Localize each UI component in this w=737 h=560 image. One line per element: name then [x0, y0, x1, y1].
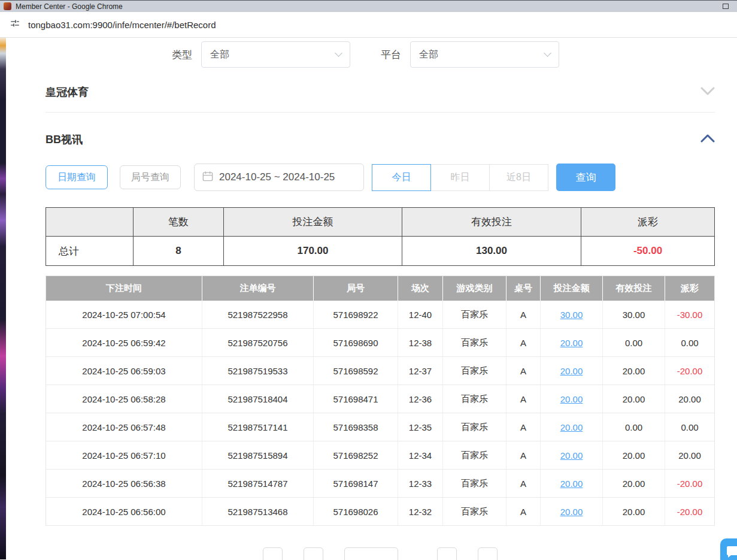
table-row: 2024-10-25 06:59:42 521987520756 5716986…	[46, 329, 714, 357]
bet-amount-link[interactable]: 20.00	[541, 357, 603, 385]
pagination-page-button[interactable]	[304, 547, 323, 560]
cell-game-type: 百家乐	[443, 329, 507, 356]
cell-order-number: 521987520756	[202, 329, 314, 356]
yesterday-button[interactable]: 昨日	[431, 164, 490, 191]
type-filter-value: 全部	[210, 49, 229, 61]
page-body: 类型 全部 平台 全部 皇冠体育 B	[0, 38, 737, 559]
cell-table-number: A	[507, 357, 541, 385]
date-query-button[interactable]: 日期查询	[46, 165, 108, 189]
summary-header-bet-amount: 投注金额	[224, 208, 402, 236]
cell-payout: 0.00	[665, 329, 714, 356]
pagination-prev-button[interactable]	[263, 547, 283, 560]
cell-table-number: A	[507, 301, 541, 328]
table-row: 2024-10-25 06:58:28 521987518404 5716984…	[46, 385, 714, 413]
date-range-picker[interactable]: 2024-10-25 ~ 2024-10-25	[194, 164, 364, 191]
cell-bet-time: 2024-10-25 07:00:54	[46, 301, 202, 328]
platform-filter-label: 平台	[381, 48, 401, 62]
cell-bet-time: 2024-10-25 06:56:00	[46, 498, 202, 525]
platform-filter-value: 全部	[419, 49, 438, 61]
section-bb-video[interactable]: BB视讯	[46, 131, 715, 149]
crown-sports-title: 皇冠体育	[46, 85, 89, 99]
cell-valid-bet: 20.00	[603, 498, 665, 525]
chat-bubble-icon	[726, 544, 737, 559]
summary-count-value: 8	[134, 237, 224, 265]
bet-amount-link[interactable]: 20.00	[541, 470, 603, 497]
cell-game-type: 百家乐	[443, 357, 507, 385]
search-button[interactable]: 查询	[556, 164, 615, 191]
cell-valid-bet: 20.00	[603, 385, 665, 413]
cell-order-number: 521987514787	[202, 470, 314, 497]
bet-amount-link[interactable]: 20.00	[541, 441, 603, 469]
maximize-icon[interactable]	[723, 4, 729, 9]
cell-game-type: 百家乐	[443, 498, 507, 525]
cell-session: 12-35	[398, 413, 443, 441]
header-payout: 派彩	[665, 276, 714, 301]
cell-table-number: A	[507, 498, 541, 525]
summary-header-row: 笔数 投注金额 有效投注 派彩	[46, 208, 714, 237]
site-settings-icon[interactable]	[10, 18, 20, 31]
cell-session: 12-37	[398, 357, 443, 385]
type-filter-select[interactable]: 全部	[201, 41, 350, 68]
cell-round-number: 571698252	[314, 441, 398, 469]
date-range-value: 2024-10-25 ~ 2024-10-25	[219, 171, 335, 183]
header-valid-bet: 有效投注	[603, 276, 665, 301]
summary-header-valid-bet: 有效投注	[402, 208, 581, 236]
summary-valid-bet-value: 130.00	[402, 237, 581, 265]
bet-amount-link[interactable]: 20.00	[541, 498, 603, 525]
bet-amount-link[interactable]: 20.00	[541, 413, 603, 441]
cell-order-number: 521987515894	[202, 441, 314, 469]
cell-payout: -20.00	[665, 357, 714, 385]
cell-payout: 20.00	[665, 385, 714, 413]
chevron-down-icon	[335, 49, 342, 57]
header-order-number: 注单编号	[202, 276, 314, 301]
site-favicon-icon	[4, 2, 11, 10]
platform-filter-select[interactable]: 全部	[410, 41, 559, 68]
round-query-button[interactable]: 局号查询	[120, 165, 181, 189]
cell-game-type: 百家乐	[443, 413, 507, 441]
today-button[interactable]: 今日	[372, 164, 431, 191]
cell-session: 12-33	[398, 470, 443, 497]
last-8-days-button[interactable]: 近8日	[490, 164, 548, 191]
summary-table: 笔数 投注金额 有效投注 派彩 总计 8 170.00 130.00 -50.0…	[46, 207, 715, 266]
cell-bet-time: 2024-10-25 06:56:38	[46, 470, 202, 497]
header-bet-time: 下注时间	[46, 276, 202, 301]
cell-valid-bet: 20.00	[603, 441, 665, 469]
cell-round-number: 571698690	[314, 329, 398, 356]
cell-bet-time: 2024-10-25 06:57:48	[46, 413, 202, 441]
header-round-number: 局号	[314, 276, 398, 301]
query-controls: 日期查询 局号查询 2024-10-25 ~ 2024-10-25 今日 昨日 …	[46, 164, 715, 191]
cell-valid-bet: 20.00	[603, 357, 665, 385]
bet-amount-link[interactable]: 20.00	[541, 329, 603, 356]
bet-amount-link[interactable]: 20.00	[541, 385, 603, 413]
cell-order-number: 521987519533	[202, 357, 314, 385]
pagination-jump-button[interactable]	[478, 547, 498, 560]
browser-toolbar: tongbao31.com:9900/infe/mcenter/#/betRec…	[0, 12, 737, 38]
section-divider	[46, 112, 715, 113]
summary-payout-value: -50.00	[581, 237, 714, 265]
cell-game-type: 百家乐	[443, 301, 507, 328]
summary-header-empty	[46, 208, 134, 236]
header-session: 场次	[398, 276, 443, 301]
section-crown-sports[interactable]: 皇冠体育	[46, 83, 715, 101]
chat-button[interactable]	[720, 538, 737, 560]
cell-payout: 20.00	[665, 441, 714, 469]
cell-session: 12-36	[398, 385, 443, 413]
pagination-size-select[interactable]	[344, 547, 398, 560]
bet-amount-link[interactable]: 30.00	[541, 301, 603, 328]
pagination-next-button[interactable]	[437, 547, 457, 560]
cell-payout: -30.00	[665, 301, 714, 328]
cell-round-number: 571698026	[314, 498, 398, 525]
chevron-down-icon[interactable]	[700, 87, 715, 98]
cell-valid-bet: 0.00	[603, 329, 665, 356]
cell-session: 12-34	[398, 441, 443, 469]
bb-video-title: BB视讯	[46, 132, 83, 147]
cell-bet-time: 2024-10-25 06:57:10	[46, 441, 202, 469]
address-bar[interactable]: tongbao31.com:9900/infe/mcenter/#/betRec…	[28, 20, 216, 30]
summary-header-payout: 派彩	[581, 208, 714, 236]
table-row: 2024-10-25 06:56:38 521987514787 5716981…	[46, 470, 714, 498]
chevron-up-icon[interactable]	[700, 134, 715, 145]
cell-session: 12-38	[398, 329, 443, 356]
table-row: 2024-10-25 07:00:54 521987522958 5716989…	[46, 301, 714, 329]
cell-order-number: 521987522958	[202, 301, 314, 328]
cell-table-number: A	[507, 385, 541, 413]
